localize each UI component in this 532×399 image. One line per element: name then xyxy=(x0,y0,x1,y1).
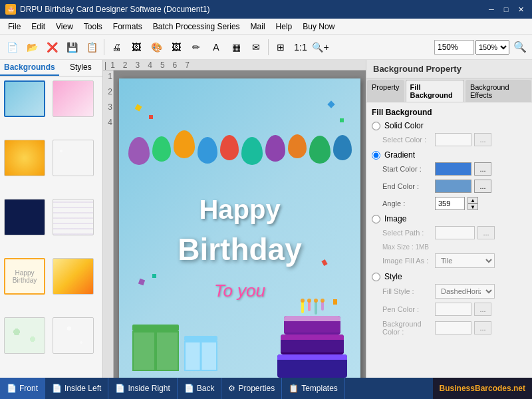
bg-thumb-10[interactable] xyxy=(53,317,94,354)
tab-front[interactable]: 📄 Front xyxy=(0,378,45,399)
path-pick-button[interactable]: ... xyxy=(477,226,495,239)
fill-style-select[interactable]: DashedHorizontalSolid xyxy=(435,284,495,299)
tab-properties[interactable]: ⚙ Properties xyxy=(221,378,282,399)
fill-bg-title: Fill Background xyxy=(372,108,527,117)
birthday-card[interactable]: Happy Birthday To you xyxy=(119,78,360,378)
bg-thumb-8[interactable] xyxy=(53,258,94,295)
start-color-pick-button[interactable]: ... xyxy=(474,162,491,176)
menu-tools[interactable]: Tools xyxy=(78,21,108,33)
image-button[interactable]: 🖼 xyxy=(167,38,186,57)
back-icon: 📄 xyxy=(184,384,194,393)
balloon-3 xyxy=(174,130,195,158)
new-button[interactable]: 📄 xyxy=(3,38,21,57)
tab-inside-right[interactable]: 📄 Inside Right xyxy=(108,378,177,399)
grid-button[interactable]: ⊞ xyxy=(271,38,290,57)
end-color-box[interactable] xyxy=(435,180,471,193)
pen-color-box[interactable] xyxy=(435,303,471,316)
bg-thumb-3[interactable] xyxy=(4,140,45,176)
zoom-in-button[interactable]: 🔍+ xyxy=(311,38,330,57)
inside-right-icon: 📄 xyxy=(115,384,125,393)
tab-property[interactable]: Property xyxy=(367,80,404,102)
menu-edit[interactable]: Edit xyxy=(26,21,51,33)
barcode-button[interactable]: ▦ xyxy=(227,38,245,57)
text-button[interactable]: A xyxy=(207,38,225,57)
menu-formats[interactable]: Formats xyxy=(108,21,148,33)
tab-styles[interactable]: Styles xyxy=(59,60,102,76)
zoom-area: 150% 150%100%75%50% 🔍 xyxy=(434,38,529,57)
minimize-button[interactable]: ─ xyxy=(485,3,497,15)
tab-fill-background[interactable]: Fill Background xyxy=(406,80,464,102)
bg-color-pick-button[interactable]: ... xyxy=(474,321,491,334)
path-input[interactable] xyxy=(435,226,475,239)
titlebar: 🎂 DRPU Birthday Card Designer Software (… xyxy=(0,0,532,19)
zoom-select[interactable]: 150%100%75%50% xyxy=(475,40,509,55)
zoom-input[interactable]: 150% xyxy=(434,40,474,55)
image-fill-select[interactable]: TileStretchCenter xyxy=(435,253,495,268)
panel-tabs: Backgrounds Styles xyxy=(0,60,102,76)
save-as-button[interactable]: 📋 xyxy=(82,38,101,57)
ruler-left: 1234 xyxy=(103,70,114,378)
max-size-text: Max Size : 1MB xyxy=(372,243,527,251)
color-button[interactable]: 🎨 xyxy=(147,38,166,57)
menu-view[interactable]: View xyxy=(51,21,78,33)
gift-box-1 xyxy=(132,325,179,371)
card-text-birthday: Birthday xyxy=(178,231,302,267)
draw-button[interactable]: ✏ xyxy=(187,38,205,57)
app-icon: 🎂 xyxy=(5,4,16,15)
zoom-out-button[interactable]: 🔍 xyxy=(511,38,529,57)
menu-batch[interactable]: Batch Processing Series xyxy=(148,21,245,33)
close-button[interactable]: ✕ xyxy=(515,3,527,15)
balloon-5 xyxy=(220,135,239,160)
balloon-6 xyxy=(241,137,263,165)
pen-color-pick-button[interactable]: ... xyxy=(474,303,491,316)
bg-thumb-1[interactable] xyxy=(4,80,45,117)
tab-backgrounds[interactable]: Backgrounds xyxy=(0,60,59,76)
start-color-label: Start Color : xyxy=(382,165,432,173)
solid-color-pick-button[interactable]: ... xyxy=(474,133,491,146)
image-radio[interactable] xyxy=(372,215,380,223)
print-preview-button[interactable]: 🖼 xyxy=(127,38,146,57)
solid-color-row: Solid Color xyxy=(372,121,527,130)
ratio-button[interactable]: 1:1 xyxy=(291,38,310,57)
bg-thumb-9[interactable] xyxy=(4,317,45,354)
panel-content: Fill Background Solid Color Select Color… xyxy=(366,102,532,378)
email-button[interactable]: ✉ xyxy=(247,38,265,57)
select-color-label: Select Color : xyxy=(382,136,432,144)
bg-color-box[interactable] xyxy=(435,321,471,334)
bg-thumb-7[interactable]: Happy Birthday xyxy=(4,258,45,295)
bg-thumb-4[interactable] xyxy=(53,140,94,176)
start-color-box[interactable] xyxy=(435,162,471,176)
menu-buynow[interactable]: Buy Now xyxy=(297,21,340,33)
save-button[interactable]: 💾 xyxy=(63,38,81,57)
solid-color-label: Solid Color xyxy=(384,121,424,130)
bg-thumb-5[interactable] xyxy=(4,199,45,235)
end-color-pick-button[interactable]: ... xyxy=(474,180,491,193)
tab-templates[interactable]: 📋 Templates xyxy=(282,378,345,399)
menu-help[interactable]: Help xyxy=(271,21,298,33)
balloons-container xyxy=(119,78,360,158)
solid-color-radio[interactable] xyxy=(372,122,380,130)
open-button[interactable]: 📂 xyxy=(23,38,41,57)
panel-title: Background Property xyxy=(366,60,532,78)
menu-mail[interactable]: Mail xyxy=(245,21,271,33)
tab-background-effects[interactable]: Background Effects xyxy=(466,80,531,102)
solid-color-box[interactable] xyxy=(435,133,471,146)
inside-left-label: Inside Left xyxy=(65,384,101,393)
angle-input[interactable]: 359 xyxy=(435,197,465,210)
gradient-row: Gradient xyxy=(372,150,527,160)
style-radio[interactable] xyxy=(372,273,380,281)
bg-thumb-6[interactable] xyxy=(53,199,94,235)
inside-right-label: Inside Right xyxy=(128,384,170,393)
tab-back[interactable]: 📄 Back xyxy=(178,378,222,399)
menu-file[interactable]: File xyxy=(3,21,26,33)
main-area: Backgrounds Styles Happy Birthday | 1 2 … xyxy=(0,60,532,378)
close-doc-button[interactable]: ❌ xyxy=(43,38,61,57)
print-button[interactable]: 🖨 xyxy=(107,38,126,57)
bg-thumb-2[interactable] xyxy=(53,80,94,117)
maximize-button[interactable]: □ xyxy=(500,3,512,15)
tab-inside-left[interactable]: 📄 Inside Left xyxy=(45,378,108,399)
angle-up-button[interactable]: ▲ xyxy=(467,197,478,203)
balloon-7 xyxy=(265,135,285,162)
gradient-radio[interactable] xyxy=(372,151,380,160)
angle-down-button[interactable]: ▼ xyxy=(467,203,478,210)
